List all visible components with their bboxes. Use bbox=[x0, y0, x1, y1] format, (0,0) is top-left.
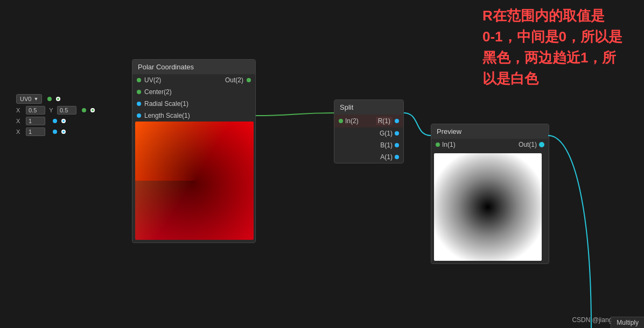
split-r-label: R(1) bbox=[376, 117, 393, 125]
uv0-row: UV0 ▼ bbox=[16, 94, 132, 104]
preview-io-row: In(1) Out(1) bbox=[431, 139, 549, 151]
split-node: Split In(2) R(1) G(1) B(1) A(1) bbox=[334, 99, 404, 163]
polar-uv-in-dot bbox=[137, 78, 141, 82]
split-b-label: B(1) bbox=[380, 141, 393, 149]
split-a-row: A(1) bbox=[334, 151, 403, 163]
polar-node-header: Polar Coordinates bbox=[132, 60, 255, 74]
polar-radial-dot bbox=[137, 102, 141, 106]
x-label-3: X bbox=[16, 129, 24, 135]
preview-radial-image bbox=[434, 153, 542, 261]
left-inputs-panel: UV0 ▼ X 0.5 Y 0.5 X 1 X 1 bbox=[16, 94, 132, 138]
polar-radial-row: Radial Scale(1) bbox=[132, 98, 255, 110]
center-connector bbox=[90, 108, 95, 112]
preview-in-label: In(1) bbox=[442, 141, 519, 148]
split-r-dot bbox=[395, 119, 399, 123]
multiply-label: Multiply bbox=[617, 319, 639, 326]
uv-dot bbox=[47, 97, 52, 101]
polar-length-label: Length Scale(1) bbox=[144, 112, 190, 119]
preview-node-title: Preview bbox=[437, 127, 461, 136]
uv-label: UV0 bbox=[20, 96, 31, 102]
polar-coordinates-node: Polar Coordinates UV(2) Out(2) Center(2)… bbox=[132, 59, 256, 243]
y-val-1[interactable]: 0.5 bbox=[57, 106, 76, 115]
center-row: X 0.5 Y 0.5 bbox=[16, 106, 132, 115]
length-connector bbox=[61, 130, 66, 134]
polar-length-row: Length Scale(1) bbox=[132, 110, 255, 122]
polar-center-row: Center(2) bbox=[132, 86, 255, 98]
polar-center-dot bbox=[137, 90, 141, 94]
x-val-1[interactable]: 0.5 bbox=[26, 106, 45, 115]
preview-node-header: Preview bbox=[431, 124, 549, 139]
polar-center-label: Center(2) bbox=[144, 88, 172, 96]
length-dot bbox=[53, 130, 57, 134]
split-in-label: In(2) bbox=[345, 117, 359, 125]
polar-uv-row: UV(2) Out(2) bbox=[132, 74, 255, 86]
radial-dot bbox=[53, 119, 57, 123]
annotation-text: R在范围内的取值是 0-1，中间是0，所以是 黑色，两边趋近1，所 以是白色 bbox=[482, 5, 622, 89]
preview-out-dot bbox=[539, 142, 544, 147]
split-a-dot bbox=[395, 155, 399, 159]
split-g-label: G(1) bbox=[380, 130, 393, 137]
polar-node-title: Polar Coordinates bbox=[138, 63, 194, 71]
split-b-dot bbox=[395, 143, 399, 147]
polar-length-dot bbox=[137, 113, 141, 118]
radial-connector bbox=[61, 119, 66, 123]
preview-node: Preview In(1) Out(1) bbox=[431, 124, 549, 264]
polar-out-dot bbox=[247, 78, 251, 82]
polar-out-label: Out(2) bbox=[225, 76, 243, 84]
chevron-down-icon: ▼ bbox=[33, 96, 38, 102]
center-dot bbox=[82, 108, 86, 112]
split-in-dot bbox=[339, 119, 343, 123]
split-node-title: Split bbox=[340, 103, 353, 111]
split-in-row: In(2) R(1) bbox=[334, 115, 403, 127]
multiply-node-partial: Multiply bbox=[611, 317, 644, 328]
radial-row: X 1 bbox=[16, 117, 132, 125]
y-label-1: Y bbox=[47, 107, 55, 113]
split-a-label: A(1) bbox=[380, 153, 393, 161]
x-label-1: X bbox=[16, 107, 24, 113]
x-val-2[interactable]: 1 bbox=[26, 117, 45, 125]
uv0-dropdown[interactable]: UV0 ▼ bbox=[16, 94, 42, 104]
split-node-header: Split bbox=[334, 100, 403, 115]
polar-preview-image bbox=[135, 122, 254, 240]
polar-radial-label: Radial Scale(1) bbox=[144, 100, 188, 108]
preview-in-dot bbox=[436, 142, 440, 147]
split-g-dot bbox=[395, 131, 399, 136]
length-row: X 1 bbox=[16, 127, 132, 136]
split-g-row: G(1) bbox=[334, 127, 403, 139]
x-val-3[interactable]: 1 bbox=[26, 127, 45, 136]
uv-connector bbox=[56, 97, 60, 101]
preview-out-label: Out(1) bbox=[519, 141, 537, 148]
x-label-2: X bbox=[16, 118, 24, 124]
polar-uv-label: UV(2) bbox=[144, 76, 225, 84]
split-b-row: B(1) bbox=[334, 139, 403, 151]
